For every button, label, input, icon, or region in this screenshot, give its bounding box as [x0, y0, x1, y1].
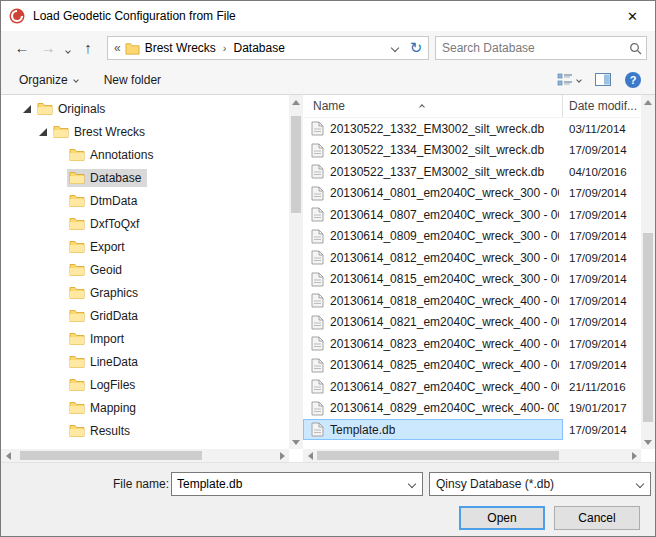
new-folder-label: New folder — [104, 73, 161, 87]
address-dropdown-button[interactable] — [386, 37, 404, 59]
file-name: 20130522_1337_EM3002_silt_wreck.db — [330, 165, 544, 179]
file-row[interactable]: 20130522_1332_EM3002_silt_wreck.db 03/11… — [303, 118, 641, 140]
scroll-thumb[interactable] — [317, 451, 559, 460]
list-view-icon — [557, 73, 573, 87]
address-bar[interactable]: « Brest Wrecks › Database ↻ — [107, 36, 429, 60]
file-list-horizontal-scrollbar[interactable] — [303, 449, 641, 462]
file-name: 20130614_0823_em2040C_wreck_400 - 00... — [330, 337, 559, 351]
tree-item[interactable]: DtmData — [1, 189, 289, 212]
file-row[interactable]: 20130614_0825_em2040C_wreck_400 - 00... … — [303, 355, 641, 377]
tree-item-label: Annotations — [90, 148, 153, 162]
folder-icon — [69, 424, 85, 437]
qinsy-app-icon — [9, 8, 25, 24]
tree-item[interactable]: GridData — [1, 304, 289, 327]
scroll-left-button[interactable] — [1, 449, 15, 462]
tree-item-label: Originals — [58, 102, 105, 116]
tree-item[interactable]: Brest Wrecks — [1, 120, 289, 143]
expander-icon[interactable] — [23, 105, 31, 113]
scroll-thumb[interactable] — [643, 233, 653, 422]
file-date-modified: 04/10/2016 — [563, 166, 641, 178]
help-button[interactable]: ? — [621, 69, 645, 91]
organize-button[interactable]: Organize — [11, 69, 86, 91]
folder-icon — [69, 171, 85, 184]
tree-item[interactable]: Import — [1, 327, 289, 350]
file-row[interactable]: Template.db 17/09/2014 — [303, 419, 641, 441]
file-row[interactable]: 20130614_0812_em2040C_wreck_300 - 00... … — [303, 247, 641, 269]
file-name-input[interactable] — [172, 474, 402, 494]
tree-item[interactable]: Export — [1, 235, 289, 258]
database-file-icon — [311, 379, 324, 394]
tree-item[interactable]: Annotations — [1, 143, 289, 166]
forward-button[interactable]: → — [35, 35, 61, 61]
file-row[interactable]: 20130614_0827_em2040C_wreck_400 - 00... … — [303, 376, 641, 398]
tree-item[interactable]: Graphics — [1, 281, 289, 304]
file-row[interactable]: 20130614_0823_em2040C_wreck_400 - 00... … — [303, 333, 641, 355]
tree-item[interactable]: Originals — [1, 97, 289, 120]
file-row[interactable]: 20130614_0821_em2040C_wreck_400 - 00... … — [303, 312, 641, 334]
file-name: 20130614_0809_em2040C_wreck_300 - 00... — [330, 229, 559, 243]
scroll-track[interactable] — [15, 449, 275, 462]
file-type-dropdown-button[interactable] — [630, 473, 650, 495]
scroll-track[interactable] — [317, 449, 627, 462]
back-button[interactable]: ← — [9, 35, 35, 61]
scroll-track[interactable] — [289, 109, 303, 435]
file-type-combobox[interactable]: Qinsy Database (*.db) — [429, 472, 651, 496]
file-row[interactable]: 20130522_1334_EM3002_silt_wreck.db 17/09… — [303, 140, 641, 162]
scroll-down-button[interactable] — [289, 435, 303, 449]
file-row[interactable]: 20130614_0809_em2040C_wreck_300 - 00... … — [303, 226, 641, 248]
file-row[interactable]: 20130614_0818_em2040C_wreck_400 - 00... … — [303, 290, 641, 312]
file-row[interactable]: 20130522_1337_EM3002_silt_wreck.db 04/10… — [303, 161, 641, 183]
search-input[interactable] — [436, 38, 624, 58]
file-name: 20130614_0825_em2040C_wreck_400 - 00... — [330, 358, 559, 372]
folder-icon — [125, 42, 140, 55]
expander-icon[interactable] — [39, 128, 47, 136]
cancel-button[interactable]: Cancel — [554, 506, 640, 530]
scroll-thumb[interactable] — [291, 116, 301, 214]
scroll-left-button[interactable] — [303, 449, 317, 462]
column-header-date-modified[interactable]: Date modif... — [563, 95, 641, 117]
preview-pane-button[interactable] — [591, 70, 615, 89]
refresh-button[interactable]: ↻ — [404, 37, 428, 59]
new-folder-button[interactable]: New folder — [96, 69, 169, 91]
chevron-down-icon — [391, 44, 399, 52]
scroll-right-button[interactable] — [275, 449, 289, 462]
close-button[interactable]: ✕ — [610, 1, 655, 31]
file-row[interactable]: 20130614_0815_em2040C_wreck_300 - 00... … — [303, 269, 641, 291]
scroll-right-button[interactable] — [627, 449, 641, 462]
scroll-track[interactable] — [641, 109, 655, 435]
tree-horizontal-scrollbar[interactable] — [1, 449, 289, 462]
file-name-dropdown-button[interactable] — [402, 473, 422, 495]
file-date-modified: 17/09/2014 — [563, 338, 641, 350]
scroll-down-button[interactable] — [641, 435, 655, 449]
breadcrumb-separator-icon: › — [223, 42, 227, 54]
column-header-name[interactable]: Name — [303, 95, 562, 117]
title-bar: Load Geodetic Configuration from File ✕ — [1, 1, 655, 31]
breadcrumb-item-brest-wrecks[interactable]: Brest Wrecks — [145, 41, 216, 55]
tree-item[interactable]: Mapping — [1, 396, 289, 419]
tree-item-label: LogFiles — [90, 378, 135, 392]
change-view-button[interactable] — [553, 70, 585, 90]
scroll-up-button[interactable] — [289, 95, 303, 109]
tree-vertical-scrollbar[interactable] — [289, 95, 303, 449]
tree-item[interactable]: Database — [1, 166, 289, 189]
scroll-thumb[interactable] — [20, 451, 202, 460]
chevron-down-icon — [576, 77, 582, 83]
tree-item[interactable]: DxfToQxf — [1, 212, 289, 235]
tree-item[interactable]: Results — [1, 419, 289, 442]
up-button[interactable]: ↑ — [75, 35, 101, 61]
breadcrumb-item-database[interactable]: Database — [233, 41, 284, 55]
scroll-up-button[interactable] — [641, 95, 655, 109]
search-icon[interactable] — [624, 42, 646, 55]
file-row[interactable]: 20130614_0801_em2040C_wreck_300 - 00... … — [303, 183, 641, 205]
file-date-modified: 17/09/2014 — [563, 252, 641, 264]
recent-locations-dropdown[interactable] — [61, 35, 75, 61]
breadcrumb-overflow-icon[interactable]: « — [114, 41, 121, 55]
file-row[interactable]: 20130614_0807_em2040C_wreck_300 - 00... … — [303, 204, 641, 226]
open-button[interactable]: Open — [459, 506, 545, 530]
file-list-vertical-scrollbar[interactable] — [641, 95, 655, 449]
database-file-icon — [311, 315, 324, 330]
tree-item[interactable]: LineData — [1, 350, 289, 373]
tree-item[interactable]: LogFiles — [1, 373, 289, 396]
tree-item[interactable]: Geoid — [1, 258, 289, 281]
file-row[interactable]: 20130614_0829_em2040C_wreck_400- 00... 1… — [303, 398, 641, 420]
